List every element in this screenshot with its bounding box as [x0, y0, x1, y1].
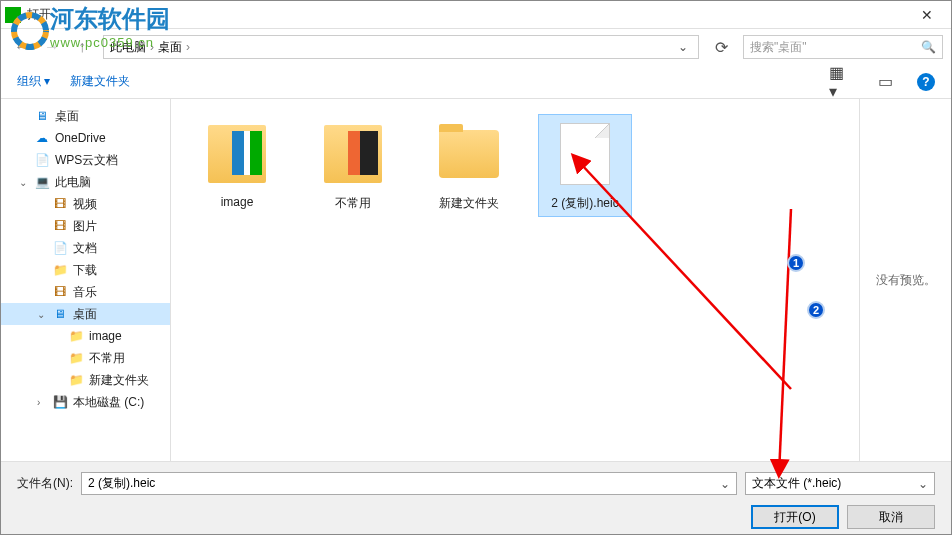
preview-text: 没有预览。 — [876, 272, 936, 289]
annotation-arrow — [761, 199, 821, 479]
sidebar-item-不常用[interactable]: 📁不常用 — [1, 347, 170, 369]
sidebar-item-新建文件夹[interactable]: 📁新建文件夹 — [1, 369, 170, 391]
sidebar-item-桌面[interactable]: 🖥桌面 — [1, 105, 170, 127]
window-title: 打开 — [27, 6, 907, 23]
chevron-right-icon: › — [186, 40, 190, 54]
sidebar-item-视频[interactable]: 🎞视频 — [1, 193, 170, 215]
filetype-select[interactable]: 文本文件 (*.heic) ⌄ — [745, 472, 935, 495]
file-item[interactable]: 2 (复制).heic — [539, 115, 631, 216]
new-folder-button[interactable]: 新建文件夹 — [70, 73, 130, 90]
sidebar-item-音乐[interactable]: 🎞音乐 — [1, 281, 170, 303]
toolbar: 组织 ▾ 新建文件夹 ▦ ▾ ▭ ? — [1, 65, 951, 99]
file-item[interactable]: 不常用 — [307, 115, 399, 216]
app-icon — [5, 7, 21, 23]
breadcrumb-dropdown[interactable]: ⌄ — [674, 36, 692, 58]
search-input[interactable]: 搜索"桌面" 🔍 — [743, 35, 943, 59]
sidebar-item-OneDrive[interactable]: ☁OneDrive — [1, 127, 170, 149]
chevron-down-icon[interactable]: ⌄ — [720, 477, 730, 491]
organize-menu[interactable]: 组织 ▾ — [17, 73, 50, 90]
close-button[interactable]: ✕ — [907, 1, 947, 28]
refresh-button[interactable]: ⟳ — [709, 35, 733, 59]
sidebar-item-image[interactable]: 📁image — [1, 325, 170, 347]
annotation-badge: 1 — [787, 254, 805, 272]
nav-bar: ← → ↑ 此电脑 › 桌面 › ⌄ ⟳ 搜索"桌面" 🔍 — [1, 29, 951, 65]
sidebar-item-图片[interactable]: 🎞图片 — [1, 215, 170, 237]
help-icon[interactable]: ? — [917, 73, 935, 91]
nav-up-button[interactable]: ↑ — [69, 34, 95, 60]
search-icon[interactable]: 🔍 — [921, 40, 936, 54]
file-grid[interactable]: image不常用新建文件夹2 (复制).heic 12 — [171, 99, 859, 461]
titlebar: 打开 ✕ — [1, 1, 951, 29]
bottom-bar: 文件名(N): 2 (复制).heic ⌄ 文本文件 (*.heic) ⌄ 打开… — [1, 461, 951, 535]
sidebar-item-文档[interactable]: 📄文档 — [1, 237, 170, 259]
main-area: 🖥桌面☁OneDrive📄WPS云文档⌄💻此电脑🎞视频🎞图片📄文档📁下载🎞音乐⌄… — [1, 99, 951, 461]
chevron-right-icon: › — [150, 40, 154, 54]
search-placeholder: 搜索"桌面" — [750, 39, 807, 56]
sidebar[interactable]: 🖥桌面☁OneDrive📄WPS云文档⌄💻此电脑🎞视频🎞图片📄文档📁下载🎞音乐⌄… — [1, 99, 171, 461]
cancel-button[interactable]: 取消 — [847, 505, 935, 529]
sidebar-item-此电脑[interactable]: ⌄💻此电脑 — [1, 171, 170, 193]
filename-input[interactable]: 2 (复制).heic ⌄ — [81, 472, 737, 495]
filename-label: 文件名(N): — [17, 475, 73, 492]
chevron-down-icon[interactable]: ⌄ — [918, 477, 928, 491]
breadcrumb-item[interactable]: 桌面 — [158, 39, 182, 56]
svg-line-3 — [779, 209, 791, 474]
sidebar-item-桌面[interactable]: ⌄🖥桌面 — [1, 303, 170, 325]
preview-pane-button[interactable]: ▭ — [873, 70, 897, 94]
nav-forward-button: → — [39, 34, 65, 60]
sidebar-item-下载[interactable]: 📁下载 — [1, 259, 170, 281]
content-area: image不常用新建文件夹2 (复制).heic 12 没有预览。 — [171, 99, 951, 461]
breadcrumb[interactable]: 此电脑 › 桌面 › ⌄ — [103, 35, 699, 59]
preview-pane: 没有预览。 — [859, 99, 951, 461]
file-item[interactable]: image — [191, 115, 283, 216]
file-item[interactable]: 新建文件夹 — [423, 115, 515, 216]
view-mode-button[interactable]: ▦ ▾ — [829, 70, 853, 94]
nav-back-button[interactable]: ← — [9, 34, 35, 60]
open-button[interactable]: 打开(O) — [751, 505, 839, 529]
sidebar-item-本地磁盘 (C:)[interactable]: ›💾本地磁盘 (C:) — [1, 391, 170, 413]
breadcrumb-item[interactable]: 此电脑 — [110, 39, 146, 56]
annotation-badge: 2 — [807, 301, 825, 319]
sidebar-item-WPS云文档[interactable]: 📄WPS云文档 — [1, 149, 170, 171]
